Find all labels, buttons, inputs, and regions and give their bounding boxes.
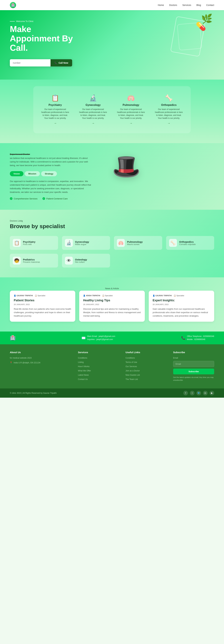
social-icon[interactable]: ▶ <box>210 391 214 395</box>
social-icon[interactable]: t <box>190 391 195 395</box>
hero-pills-decoration: 💊 <box>196 22 206 31</box>
footer-useful-link[interactable]: Conditions <box>126 357 135 359</box>
footer-top: 🏥 ✉️ Main Email : jalaj41@gmail.com Inqu… <box>0 332 224 344</box>
doctor-specialty: Osteology <box>75 258 87 261</box>
about-tab-mission[interactable]: Mission <box>25 171 40 176</box>
about-image: 🎩 <box>102 153 151 180</box>
doctor-card-pulmonology[interactable]: 🫁 Pulmonology Mauris isoreet <box>114 236 162 250</box>
footer-subscribe-col: Subscribe Email Subscribe Get the latest… <box>173 351 214 382</box>
service-arrow: → <box>117 122 145 125</box>
service-card-gynecology[interactable]: 🔬 Gynecology Our team of experienced hea… <box>76 91 110 128</box>
hero-section: Welcome To Clinic Make Appoinment By Cal… <box>0 10 224 80</box>
about-tab-strategy[interactable]: Strategy <box>41 171 57 176</box>
footer-service-link[interactable]: Contact Us <box>78 378 88 380</box>
services-section: 📋 Psychiatry Our team of experienced hea… <box>0 80 224 143</box>
service-card-orthopedics[interactable]: 🦴 Orthopedics Our team of experienced he… <box>152 91 186 128</box>
news-section: News & Article 👤 GAURAV TRIPATHI 📋 Speci… <box>0 277 224 331</box>
footer-service-link[interactable]: Latest News <box>78 374 89 376</box>
footer-email-contact: ✉️ Main Email : jalaj41@gmail.com Inquir… <box>81 335 115 341</box>
doctor-specialty: Gynecology <box>75 240 89 243</box>
nav-link-services[interactable]: Services <box>182 4 191 6</box>
news-card-title: Healthy Living Tips <box>83 299 141 302</box>
footer-services-links: ConditionsListingHow it WorksWhat We Off… <box>78 356 119 380</box>
nav-link-doctors[interactable]: Doctors <box>169 4 177 6</box>
about-tabs: VisionMissionStrategy <box>10 171 92 176</box>
nav-link-blog[interactable]: Blog <box>197 4 201 6</box>
about-body: Our approach to healthcare is rooted in … <box>10 180 92 194</box>
doctor-card-psychiatry[interactable]: 📋 Psychiatry Ports velit <box>10 236 58 250</box>
logo[interactable]: 🏥 <box>10 2 16 8</box>
hat-emoji: 🎩 <box>112 153 141 180</box>
service-icon: 🫁 <box>117 94 145 102</box>
footer-address: 📍 India U.R @dalph, GN 221134 <box>10 361 71 364</box>
footer-main-email: Main Email : jalaj41@gmail.com <box>87 335 115 338</box>
news-date: 28 JANUARY, 2022 <box>153 304 210 306</box>
doctor-specialty: Pediatrics <box>23 258 40 261</box>
doctor-name: Mauris isoreet <box>127 243 143 246</box>
services-grid: 📋 Psychiatry Our team of experienced hea… <box>33 86 191 133</box>
social-icon[interactable]: 🐦 <box>197 391 201 395</box>
footer-useful-link[interactable]: New Guests List <box>126 374 140 376</box>
doctor-info: Pediatrics Posuere maecenas <box>23 258 40 263</box>
service-arrow: → <box>155 122 183 125</box>
service-desc: Our team of experienced healthcare profe… <box>155 108 183 120</box>
phone-icon-footer: 📞 <box>181 336 185 340</box>
social-icon[interactable]: in <box>203 391 208 395</box>
phone-input[interactable] <box>10 59 50 66</box>
service-desc: Our team of experienced healthcare profe… <box>117 108 145 120</box>
doctor-name: Posuere maecenas <box>23 261 40 263</box>
news-category: 📋 Specialist <box>102 294 113 297</box>
news-date: 28 JANUARY, 2022 <box>14 304 71 306</box>
feature-dot: ✓ <box>10 197 12 200</box>
footer-useful-link[interactable]: The Team List <box>126 378 138 380</box>
subscribe-email-input[interactable] <box>173 361 214 367</box>
footer-service-link[interactable]: Conditions <box>78 357 87 359</box>
news-date: 28 JANUARY, 2022 <box>83 304 141 306</box>
service-name: Psychiatry <box>41 104 69 106</box>
footer-useful-link[interactable]: Our Services <box>126 365 137 368</box>
nav-link-contact[interactable]: Contact <box>206 4 214 6</box>
navbar: 🏥 HomeDoctorsServicesBlogContact <box>0 0 224 10</box>
doctor-info: Psychiatry Ports velit <box>23 240 35 246</box>
footer-logo: 🏥 <box>10 335 15 340</box>
subscribe-button[interactable]: Subscribe <box>173 368 214 374</box>
footer-useful-links: ConditionsTerms of UseOur ServicesJoin a… <box>126 356 167 380</box>
social-icon[interactable]: f <box>183 391 188 395</box>
logo-icon: 🏥 <box>10 2 16 8</box>
news-card-title: Expert Insights: <box>153 299 210 302</box>
news-category: 📋 Specialist <box>174 294 184 297</box>
footer-service-link[interactable]: What We Offer <box>78 370 91 372</box>
footer-service-link[interactable]: Listing <box>78 361 84 363</box>
about-eyebrow: Experienced Doctor <box>10 153 92 156</box>
hero-decoration: 🌿 💊 <box>168 14 211 69</box>
phone-icon: 📞 <box>54 62 57 64</box>
about-feature: ✓Patient-Centered Care <box>42 197 68 200</box>
doctor-card-osteology[interactable]: 👁 Osteology Nisi nullam <box>62 254 110 268</box>
footer-service-link[interactable]: How it Works <box>78 365 89 368</box>
doctor-info: Gynecology Mattis augue <box>75 240 89 246</box>
doctor-name: Nisi nullam <box>75 261 87 263</box>
news-excerpt: Real-life stories from our patients who … <box>14 308 71 318</box>
call-now-button[interactable]: 📞 Call Now <box>50 59 72 66</box>
about-tab-vision[interactable]: Vision <box>10 171 23 176</box>
footer-useful-link[interactable]: Join as a Doctor <box>126 370 140 372</box>
footer-services-title: Services <box>78 351 119 354</box>
service-name: Gynecology <box>79 104 107 106</box>
doctor-card-orthopedics[interactable]: 🦴 Orthopedics Convallis vulputate <box>166 236 214 250</box>
about-content: Experienced Doctor we believe that excep… <box>10 153 92 200</box>
footer-about-title: About Us <box>10 351 71 354</box>
doctor-icon: 👁 <box>65 257 73 264</box>
doctor-info: Orthopedics Convallis vulputate <box>179 240 196 246</box>
footer-useful-link[interactable]: Terms of Use <box>126 361 137 363</box>
service-card-psychiatry[interactable]: 📋 Psychiatry Our team of experienced hea… <box>38 91 72 128</box>
doctor-icon: 🦴 <box>169 239 177 247</box>
nav-link-home[interactable]: Home <box>158 4 164 6</box>
news-meta: 👤 GAURAV TRIPATHI 📋 Specialist <box>14 294 71 297</box>
footer-useful-col: Useful Links ConditionsTerms of UseOur S… <box>126 351 167 382</box>
doctor-card-pediatrics[interactable]: 🧒 Pediatrics Posuere maecenas <box>10 254 58 268</box>
service-card-pulmonology[interactable]: 🫁 Pulmonology Our team of experienced he… <box>114 91 148 128</box>
doctor-name: Ports velit <box>23 243 35 246</box>
doctors-grid: 📋 Psychiatry Ports velit 🔬 Gynecology Ma… <box>10 236 214 268</box>
doctor-card-gynecology[interactable]: 🔬 Gynecology Mattis augue <box>62 236 110 250</box>
doctor-name: Convallis vulputate <box>179 243 196 246</box>
